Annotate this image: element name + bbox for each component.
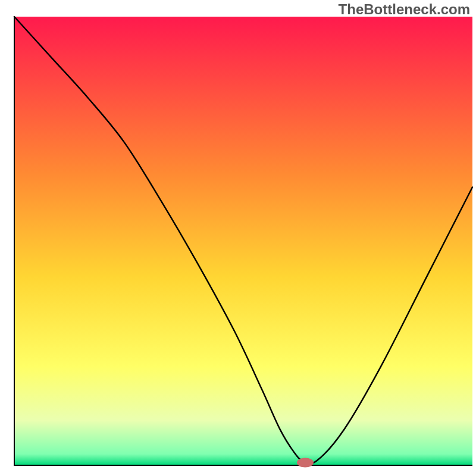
bottleneck-chart (0, 0, 476, 476)
chart-container: TheBottleneck.com (0, 0, 476, 476)
plot-background (14, 17, 472, 465)
optimal-marker (297, 458, 314, 467)
